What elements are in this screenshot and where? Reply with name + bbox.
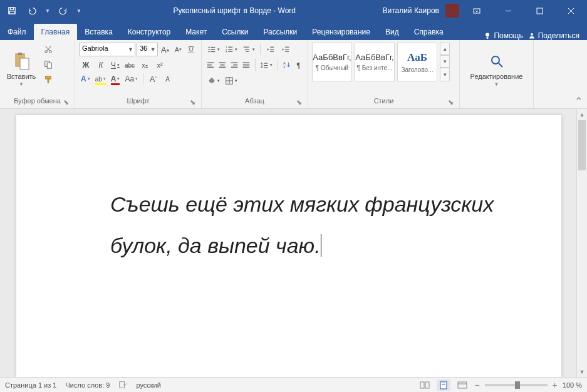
svg-rect-37 — [285, 51, 289, 52]
tab-help[interactable]: Справка — [407, 24, 451, 40]
styles-scroll: ▴ ▾ ▾ — [440, 43, 450, 81]
zoom-out-button[interactable]: − — [474, 380, 479, 390]
tab-file[interactable]: Файл — [0, 24, 34, 40]
strike-button[interactable]: abc — [123, 58, 137, 72]
svg-rect-67 — [458, 382, 467, 388]
highlight-button[interactable]: ab▾ — [93, 72, 108, 86]
zoom-slider[interactable] — [485, 384, 548, 386]
tab-home[interactable]: Главная — [34, 24, 78, 40]
language-indicator[interactable]: русский — [136, 381, 160, 389]
word-count[interactable]: Число слов: 9 — [65, 381, 110, 389]
tab-insert[interactable]: Вставка — [77, 24, 120, 40]
tab-mailings[interactable]: Рассылки — [256, 24, 304, 40]
font-launcher[interactable]: ⬊ — [189, 98, 196, 106]
svg-rect-1 — [10, 8, 13, 10]
minimize-button[interactable] — [494, 0, 522, 21]
styles-down[interactable]: ▾ — [440, 55, 450, 68]
align-left-button[interactable] — [205, 58, 216, 72]
chevron-down-icon: ▼ — [128, 46, 133, 53]
scroll-thumb[interactable] — [578, 120, 586, 170]
cut-button[interactable] — [41, 43, 55, 56]
user-avatar[interactable] — [445, 4, 459, 18]
align-center-button[interactable] — [217, 58, 228, 72]
tab-review[interactable]: Рецензирование — [304, 24, 378, 40]
subscript-button[interactable]: x₂ — [138, 58, 152, 72]
read-mode-button[interactable] — [418, 379, 432, 391]
shrink-font2[interactable]: A˅ — [162, 72, 175, 86]
grow-font2[interactable]: A˄ — [147, 72, 160, 86]
change-case-button[interactable]: Aa▾ — [123, 72, 140, 86]
clipboard-launcher[interactable]: ⬊ — [62, 98, 70, 106]
tab-design[interactable]: Конструктор — [120, 24, 178, 40]
zoom-in-button[interactable]: + — [553, 380, 558, 390]
collapse-ribbon-button[interactable]: ⌃ — [572, 96, 584, 106]
svg-rect-16 — [46, 76, 51, 79]
save-button[interactable] — [4, 3, 20, 19]
share-button[interactable]: Поделиться — [528, 31, 579, 40]
proofing-icon[interactable] — [118, 380, 127, 390]
copy-button[interactable] — [41, 58, 55, 71]
shrink-font-button[interactable]: A▾ — [172, 43, 184, 56]
group-label-paragraph: Абзац⬊ — [205, 96, 304, 107]
scroll-down[interactable]: ▼ — [577, 366, 587, 377]
qat-customize[interactable]: ▼ — [75, 3, 83, 19]
page-indicator[interactable]: Страница 1 из 1 — [5, 381, 56, 389]
zoom-level[interactable]: 100 % — [563, 381, 582, 389]
redo-button[interactable] — [55, 3, 71, 19]
editing-label: Редактирование — [470, 73, 523, 80]
maximize-button[interactable] — [526, 0, 553, 21]
document-area: Съешь ещё этих мягких французских булок,… — [0, 109, 587, 377]
tab-layout[interactable]: Макет — [178, 24, 214, 40]
paragraph-launcher[interactable]: ⬊ — [295, 98, 303, 106]
web-layout-button[interactable] — [455, 379, 469, 391]
bold-button[interactable]: Ж — [79, 58, 93, 72]
justify-button[interactable] — [241, 58, 252, 72]
styles-more[interactable]: ▾ — [440, 68, 450, 81]
styles-launcher[interactable]: ⬊ — [447, 98, 454, 106]
sort-button[interactable]: AZ — [281, 58, 292, 72]
font-color-button[interactable]: A▾ — [109, 72, 122, 86]
borders-button[interactable]: ▾ — [223, 74, 239, 88]
zoom-knob[interactable] — [515, 381, 520, 389]
align-right-button[interactable] — [229, 58, 240, 72]
user-name[interactable]: Виталий Каиров — [382, 6, 442, 15]
text-effects-button[interactable]: A▾ — [79, 72, 92, 86]
print-layout-button[interactable] — [437, 379, 450, 391]
svg-rect-42 — [221, 64, 225, 65]
tell-me-button[interactable]: Помощь — [484, 31, 522, 40]
undo-button[interactable] — [24, 3, 40, 19]
styles-up[interactable]: ▴ — [440, 43, 450, 55]
bullets-button[interactable]: ▾ — [205, 43, 222, 56]
font-size-combo[interactable]: 36▼ — [137, 43, 158, 56]
multilevel-button[interactable]: ▾ — [241, 43, 257, 56]
tab-view[interactable]: Вид — [378, 24, 407, 40]
clear-format-button[interactable] — [185, 43, 197, 56]
group-label-font: Шрифт⬊ — [79, 96, 197, 107]
group-editing: Редактирование ▼ — [460, 40, 534, 108]
undo-dropdown[interactable]: ▼ — [44, 3, 51, 19]
numbering-button[interactable]: 123▾ — [223, 43, 239, 56]
style-nospacing[interactable]: АаБбВвГг,¶ Без инте... — [355, 43, 395, 81]
ribbon-display-button[interactable] — [463, 0, 491, 21]
paste-button[interactable]: Вставить ▼ — [4, 43, 39, 96]
line-spacing-button[interactable]: ▾ — [258, 58, 274, 72]
vertical-scrollbar[interactable]: ▲ ▼ — [576, 109, 587, 377]
style-heading1[interactable]: АаБЗаголово... — [397, 43, 437, 81]
style-normal[interactable]: АаБбВвГг,¶ Обычный — [312, 43, 352, 81]
show-marks-button[interactable]: ¶ — [293, 58, 304, 72]
document-text[interactable]: Съешь ещё этих мягких французских булок,… — [110, 184, 524, 266]
tab-references[interactable]: Ссылки — [214, 24, 256, 40]
format-painter-button[interactable] — [41, 73, 55, 86]
superscript-button[interactable]: x² — [153, 58, 167, 72]
shading-button[interactable]: ▾ — [205, 74, 222, 88]
italic-button[interactable]: К — [94, 58, 108, 72]
font-name-combo[interactable]: Gabriola▼ — [79, 43, 135, 56]
decrease-indent-button[interactable] — [264, 43, 278, 56]
close-button[interactable] — [557, 0, 584, 21]
page[interactable]: Съешь ещё этих мягких французских булок,… — [16, 115, 561, 377]
grow-font-button[interactable]: A▴ — [159, 43, 171, 56]
underline-button[interactable]: Ч▾ — [109, 58, 122, 72]
increase-indent-button[interactable] — [279, 43, 293, 56]
scroll-up[interactable]: ▲ — [577, 109, 587, 120]
editing-button[interactable]: Редактирование ▼ — [469, 43, 525, 96]
